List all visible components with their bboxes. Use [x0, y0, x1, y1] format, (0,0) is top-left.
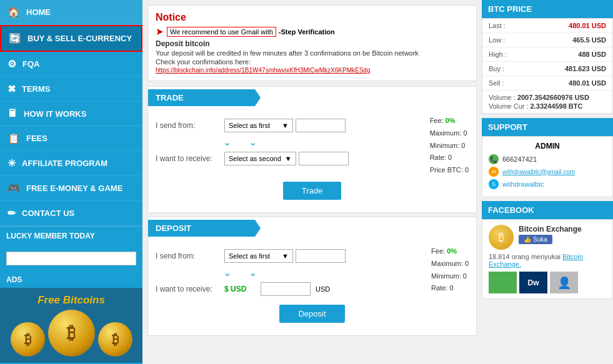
notice-step-text: -Step Verification — [279, 28, 335, 36]
skype-icon: S — [489, 179, 499, 189]
fb-thumb-2: Dw — [519, 272, 547, 293]
deposit-arrows: ⌄ ⌄ — [223, 267, 419, 278]
trade-send-input[interactable] — [296, 119, 346, 132]
lucky-search-area — [6, 248, 136, 268]
select-first-box[interactable]: Select as first ▼ — [224, 119, 293, 132]
trade-receive-input[interactable] — [299, 152, 349, 165]
support-skype: withdrawalbtc — [502, 180, 544, 188]
sidebar: 🏠 HOME 🔄 BUY & SELL E-CURRENCY ⚙ FQA ✖ T… — [0, 0, 142, 364]
sidebar-label-affiliate: AFFILIATE PROGRAM — [22, 159, 107, 168]
deposit-receive-input[interactable] — [261, 282, 311, 296]
deposit-receive-row: I want to receive: $ USD USD — [156, 282, 419, 296]
home-icon: 🏠 — [7, 6, 20, 18]
trade-min: Minimum: 0 — [430, 140, 469, 152]
affiliate-icon: ✳ — [7, 157, 16, 169]
btc-price-header: BTC PRICE — [482, 0, 613, 18]
price-last-label: Last : — [489, 22, 506, 29]
sidebar-label-home: HOME — [26, 7, 51, 17]
select-second-box[interactable]: Select as second ▼ — [224, 152, 296, 165]
support-phone: 666247421 — [502, 155, 537, 163]
deposit-send-input[interactable] — [296, 249, 346, 263]
sidebar-item-contact[interactable]: ✏ CONTACT US — [0, 201, 142, 226]
notice-box: Notice We recommend to use Gmail with -S… — [147, 5, 477, 81]
notice-gmail-text: We recommend to use Gmail with — [167, 27, 276, 37]
select-second-arrow: ▼ — [285, 155, 292, 162]
deposit-button[interactable]: Deposit — [279, 305, 344, 323]
price-buy-row: Buy : 481.623 USD — [482, 62, 612, 76]
fees-icon: 📋 — [7, 132, 20, 144]
support-body: ADMIN 📞 666247421 ✉ withdrawalbtc@gmail.… — [482, 136, 613, 197]
notice-title: Notice — [156, 12, 469, 23]
support-email-link[interactable]: withdrawalbtc@gmail.com — [502, 169, 575, 175]
select-first-arrow: ▼ — [282, 122, 289, 129]
support-skype-row: S withdrawalbtc — [489, 179, 606, 189]
price-volume-cur-value: 2.33244598 BTC — [531, 102, 583, 110]
blockchain-link[interactable]: https://blockchain.info/address/1B1W47sm… — [156, 67, 370, 74]
sidebar-item-affiliate[interactable]: ✳ AFFILIATE PROGRAM — [0, 151, 142, 176]
lucky-search-input[interactable] — [6, 252, 136, 265]
trade-select-second: Select as second ▼ — [224, 152, 349, 165]
notice-gmail-row: We recommend to use Gmail with -Step Ver… — [156, 27, 469, 37]
trade-section-content: I send from: Select as first ▼ ⌄ — [148, 110, 476, 212]
facebook-like-label: Suka — [533, 236, 547, 243]
sidebar-item-fqa[interactable]: ⚙ FQA — [0, 52, 142, 77]
chevron-down-icon-2: ⌄ — [249, 136, 257, 148]
free-bitcoins-text: Free Bitcoins — [6, 294, 136, 307]
deposit-fee-value: 0% — [447, 247, 457, 255]
chevron-down-icon-1: ⌄ — [223, 136, 231, 148]
check-text: Check your confirmations here: — [156, 58, 469, 66]
deposit-min: Minimum: 0 — [431, 270, 469, 283]
select-first-label: Select as first — [229, 122, 270, 129]
price-low-label: Low : — [489, 36, 505, 44]
facebook-avatar: ₿ — [489, 225, 514, 250]
exchange-icon: 🔄 — [9, 32, 21, 44]
deposit-select-first-box[interactable]: Select as first ▼ — [224, 249, 293, 263]
pencil-icon: ✏ — [7, 207, 16, 219]
facebook-like-button[interactable]: 👍 Suka — [519, 235, 552, 244]
sidebar-item-fees[interactable]: 📋 FEES — [0, 126, 142, 151]
coin-icon-2: ₿ — [48, 310, 95, 357]
arrow-icon — [156, 27, 164, 36]
deposit-select-first-label: Select as first — [229, 252, 270, 260]
deposit-receive-area: $ USD USD — [224, 282, 330, 296]
sidebar-label-buy-sell: BUY & SELL E-CURRENCY — [27, 34, 132, 43]
price-high-value: 488 USD — [578, 51, 606, 58]
sidebar-item-how-it-works[interactable]: 🖩 HOW IT WORKS — [0, 102, 142, 126]
sidebar-label-fees: FEES — [26, 134, 47, 143]
deposit-button-area: Deposit — [156, 305, 469, 323]
email-icon: ✉ — [489, 167, 499, 177]
price-low-row: Low : 465.5 USD — [482, 33, 612, 47]
sidebar-item-terms[interactable]: ✖ TERMS — [0, 77, 142, 102]
main-content: Notice We recommend to use Gmail with -S… — [142, 0, 482, 364]
price-volume-label: Volume : — [489, 94, 516, 101]
deposit-form-area: I send from: Select as first ▼ ⌄ — [156, 245, 419, 300]
sidebar-label-fqa: FQA — [22, 59, 39, 69]
sidebar-item-home[interactable]: 🏠 HOME — [0, 0, 142, 25]
bitcoin-coins-display: ₿ ₿ ₿ — [6, 310, 136, 357]
price-last-row: Last : 480.01 USD — [482, 19, 612, 33]
facebook-count: 18.814 orang menyukai Bitcoin Exchange. — [489, 253, 606, 268]
price-sell-label: Sell : — [489, 79, 504, 87]
calculator-icon: 🖩 — [7, 108, 17, 119]
btc-price-body: Last : 480.01 USD Low : 465.5 USD High :… — [482, 18, 613, 114]
price-sell-value: 480.01 USD — [569, 79, 606, 87]
trade-section: TRADE I send from: Select as first ▼ — [147, 86, 477, 213]
price-buy-value: 481.623 USD — [565, 65, 606, 72]
lucky-member-section: LUCKY MEMBER TODAY — [0, 226, 142, 245]
deposit-chevron-1: ⌄ — [223, 267, 231, 278]
price-buy-label: Buy : — [489, 65, 504, 72]
select-second-label: Select as second — [229, 155, 281, 162]
facebook-header: FACEBOOK — [482, 201, 613, 219]
fb-thumb-3: 👤 — [550, 272, 578, 293]
price-low-value: 465.5 USD — [572, 36, 606, 44]
right-panel: BTC PRICE Last : 480.01 USD Low : 465.5 … — [482, 0, 613, 364]
deposit-max: Maximum: 0 — [431, 258, 469, 270]
deposit-fee: Fee: 0% — [431, 245, 469, 258]
trade-button[interactable]: Trade — [283, 182, 341, 200]
sidebar-item-buy-sell[interactable]: 🔄 BUY & SELL E-CURRENCY — [0, 25, 142, 52]
facebook-info: Bitcoin Exchange 👍 Suka — [519, 225, 582, 244]
sidebar-item-free-emoney[interactable]: 🎮 FREE E-MONEY & GAME — [0, 176, 142, 201]
trade-section-header: TRADE — [148, 89, 261, 106]
deposit-section: DEPOSIT I send from: Select as first ▼ — [147, 217, 477, 336]
deposit-usd-suffix: USD — [316, 285, 330, 293]
